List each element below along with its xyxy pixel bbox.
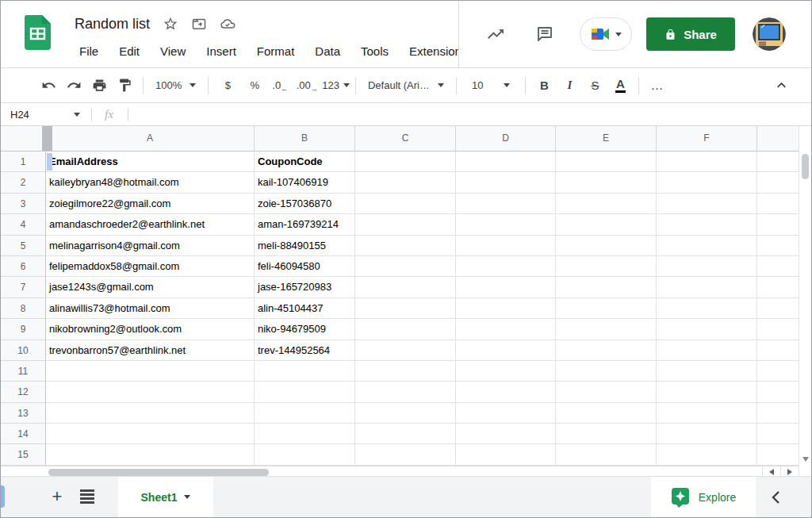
cell-G11[interactable]: [757, 361, 800, 382]
cell-C1[interactable]: [355, 152, 456, 172]
share-button[interactable]: Share: [646, 17, 735, 51]
cell-E5[interactable]: [556, 236, 657, 256]
scroll-down-icon[interactable]: [802, 457, 809, 462]
cell-F5[interactable]: [657, 236, 757, 256]
print-button[interactable]: [86, 74, 112, 98]
name-box[interactable]: H24: [1, 109, 80, 121]
cell-G1[interactable]: [757, 152, 800, 172]
cell-E6[interactable]: [556, 256, 657, 277]
font-family-select[interactable]: Default (Ari…: [362, 74, 450, 98]
cell-F11[interactable]: [657, 361, 757, 382]
cell-D6[interactable]: [456, 256, 556, 277]
cell-C13[interactable]: [355, 403, 456, 424]
decrease-decimal-button[interactable]: .0←: [268, 74, 295, 98]
cell-G14[interactable]: [757, 424, 800, 444]
cell-A2[interactable]: kaileybryan48@hotmail.com: [46, 172, 255, 193]
column-header-g[interactable]: [757, 126, 800, 152]
cell-D1[interactable]: [456, 152, 556, 172]
cell-D7[interactable]: [456, 277, 556, 297]
cell-F15[interactable]: [657, 444, 757, 465]
tab-sheet1[interactable]: Sheet1: [118, 477, 213, 517]
cell-B14[interactable]: [255, 424, 355, 444]
format-currency-button[interactable]: $: [214, 74, 241, 98]
cell-A5[interactable]: melinagarrison4@gmail.com: [46, 236, 255, 256]
row-header-2[interactable]: 2: [1, 172, 46, 193]
cell-B4[interactable]: aman-169739214: [255, 214, 355, 235]
cell-A12[interactable]: [46, 382, 255, 402]
cell-B10[interactable]: trev-144952564: [255, 340, 355, 361]
cell-F8[interactable]: [657, 298, 757, 319]
cell-C2[interactable]: [355, 172, 456, 193]
menu-edit[interactable]: Edit: [111, 44, 147, 58]
cell-A9[interactable]: nikobrowning2@outlook.com: [46, 319, 255, 340]
add-sheet-button[interactable]: +: [47, 486, 67, 507]
row-header-15[interactable]: 15: [1, 444, 46, 465]
column-header-b[interactable]: B: [255, 126, 355, 152]
column-header-f[interactable]: F: [657, 126, 757, 152]
cell-C11[interactable]: [355, 361, 456, 382]
cell-C3[interactable]: [355, 194, 456, 214]
cell-D14[interactable]: [456, 424, 556, 444]
cell-D11[interactable]: [456, 361, 556, 382]
cell-D2[interactable]: [456, 172, 556, 193]
row-header-4[interactable]: 4: [1, 214, 46, 235]
vertical-scrollbar[interactable]: [799, 126, 811, 478]
cell-A11[interactable]: [46, 361, 255, 382]
cell-E12[interactable]: [556, 382, 657, 402]
cell-A14[interactable]: [46, 424, 255, 444]
explore-button[interactable]: Explore: [651, 477, 756, 517]
menu-file[interactable]: File: [71, 44, 106, 58]
cell-F3[interactable]: [657, 194, 757, 214]
strikethrough-button[interactable]: S: [582, 74, 607, 98]
redo-button[interactable]: [61, 74, 86, 98]
text-color-button[interactable]: A: [607, 74, 633, 98]
cell-F4[interactable]: [657, 214, 757, 235]
cell-B1[interactable]: CouponCode: [255, 152, 355, 172]
document-title[interactable]: Random list: [75, 16, 150, 33]
column-header-e[interactable]: E: [556, 126, 657, 152]
bold-button[interactable]: B: [531, 74, 557, 98]
cell-F9[interactable]: [657, 319, 757, 340]
cell-D4[interactable]: [456, 214, 556, 235]
cell-F14[interactable]: [657, 424, 757, 444]
cell-E15[interactable]: [556, 444, 657, 465]
cell-G7[interactable]: [757, 277, 800, 297]
menu-view[interactable]: View: [152, 44, 193, 58]
collapse-chevron-left-icon[interactable]: [767, 488, 786, 507]
format-percent-button[interactable]: %: [241, 74, 268, 98]
increase-decimal-button[interactable]: .00→: [295, 74, 322, 98]
cell-C14[interactable]: [355, 424, 456, 444]
cell-F6[interactable]: [657, 256, 757, 277]
cell-E10[interactable]: [556, 340, 657, 361]
cell-G9[interactable]: [757, 319, 800, 340]
cell-B5[interactable]: meli-88490155: [255, 236, 355, 256]
paint-format-button[interactable]: [112, 74, 137, 98]
cell-B13[interactable]: [255, 403, 355, 424]
cell-D12[interactable]: [456, 382, 556, 402]
cell-A13[interactable]: [46, 403, 255, 424]
cell-E14[interactable]: [556, 424, 657, 444]
cell-A15[interactable]: [46, 444, 255, 465]
cell-G8[interactable]: [757, 298, 800, 319]
cell-G13[interactable]: [757, 403, 800, 424]
cell-A7[interactable]: jase1243s@gmail.com: [46, 277, 255, 297]
activity-icon[interactable]: [486, 25, 505, 44]
cell-B2[interactable]: kail-107406919: [255, 172, 355, 193]
comment-icon[interactable]: [535, 25, 554, 44]
cell-C7[interactable]: [355, 277, 456, 297]
cell-E2[interactable]: [556, 172, 657, 193]
cell-E9[interactable]: [556, 319, 657, 340]
row-header-5[interactable]: 5: [1, 236, 46, 256]
cell-A8[interactable]: alinawillis73@hotmail.com: [46, 298, 255, 319]
sheets-logo-icon[interactable]: [25, 15, 51, 50]
cell-E13[interactable]: [556, 403, 657, 424]
zoom-select[interactable]: 100%: [149, 74, 202, 98]
column-header-d[interactable]: D: [456, 126, 556, 152]
cell-C8[interactable]: [355, 298, 456, 319]
cell-D9[interactable]: [456, 319, 556, 340]
cell-B9[interactable]: niko-94679509: [255, 319, 355, 340]
cell-F1[interactable]: [657, 152, 757, 172]
row-header-11[interactable]: 11: [1, 361, 46, 382]
row-header-3[interactable]: 3: [1, 194, 46, 214]
cell-G10[interactable]: [757, 340, 800, 361]
